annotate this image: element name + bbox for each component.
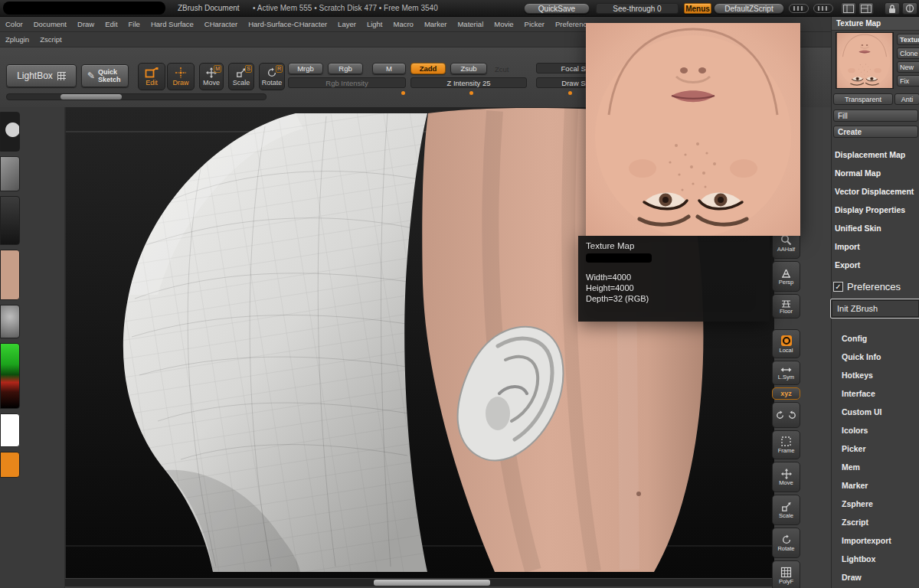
rotate-button[interactable]: R Rotate (259, 63, 285, 90)
preferences-item[interactable]: Draw (832, 568, 919, 586)
see-through-slider[interactable]: See-through 0 (596, 3, 679, 14)
scale-tool-button[interactable]: Scale (772, 495, 800, 525)
menu-item[interactable]: Draw (72, 20, 100, 28)
mrgb-button[interactable]: Mrgb (288, 63, 323, 74)
canvas-hscroll-track[interactable] (65, 579, 773, 586)
anti-button[interactable]: Anti (894, 93, 919, 105)
panel-layout2-icon[interactable] (858, 2, 874, 15)
menu-item[interactable]: CHaracter (199, 20, 243, 28)
lock-icon[interactable] (885, 2, 900, 15)
preferences-item[interactable]: Mem (832, 458, 919, 476)
preferences-item[interactable]: Interface (832, 384, 919, 403)
spin-buttons[interactable] (772, 402, 800, 428)
menu-item[interactable]: Light (361, 20, 388, 28)
move-tool-button[interactable]: Move (772, 462, 800, 492)
preferences-item[interactable]: Importexport (832, 531, 919, 550)
menu-item[interactable]: Macro (388, 20, 418, 28)
menu-item[interactable]: Zplugin (0, 35, 34, 44)
subpalette-header[interactable]: Displacement Map (832, 145, 919, 164)
preferences-item[interactable]: Marker (832, 476, 919, 495)
edit-button[interactable]: Edit (138, 63, 165, 90)
lsym-button[interactable]: L.Sym (772, 361, 800, 385)
slider-bracket2-icon[interactable] (813, 4, 833, 13)
zsub-button[interactable]: Zsub (450, 63, 487, 74)
subpalette-header[interactable]: Unified Skin (832, 219, 919, 237)
menu-item[interactable]: Layer (332, 20, 361, 28)
local-button[interactable]: Local (772, 329, 800, 358)
color-picker[interactable] (0, 343, 20, 409)
rotate-tool-button[interactable]: Rotate (772, 528, 800, 558)
rgb-button[interactable]: Rgb (328, 63, 363, 74)
stroke-thumbnail[interactable] (0, 156, 20, 191)
redacted-document-name (3, 2, 165, 15)
menu-item[interactable]: Movie (489, 20, 518, 28)
panel-layout-icon[interactable] (841, 2, 856, 15)
scroll-handle-icon[interactable] (902, 2, 917, 15)
preferences-item[interactable]: Icolors (832, 421, 919, 439)
init-zbrush-button[interactable]: Init ZBrush (830, 299, 919, 318)
alpha-thumbnail[interactable] (0, 196, 20, 245)
menu-item[interactable]: File (123, 20, 146, 28)
menu-item[interactable]: Color (0, 20, 28, 28)
subpalette-header[interactable]: Import (832, 237, 919, 256)
texture-map-preview[interactable] (586, 23, 800, 236)
preferences-item[interactable]: Zscript (832, 513, 919, 531)
menu-item[interactable]: Material (452, 20, 489, 28)
material-thumbnail[interactable] (0, 305, 20, 338)
menu-item[interactable]: Zscript (34, 35, 67, 44)
texture-on-button[interactable]: Texture On (897, 34, 919, 45)
clone-texture-button[interactable]: Clone (897, 47, 919, 59)
preferences-palette[interactable]: ✓ Preferences (833, 279, 919, 294)
scale-button[interactable]: S Scale (228, 63, 254, 90)
preferences-item[interactable]: Zsphere (832, 495, 919, 513)
quick-sketch-button[interactable]: ✎ Quick Sketch (81, 64, 129, 87)
preferences-item[interactable]: Picker (832, 439, 919, 458)
z-intensity-slider[interactable]: Z Intensity 25 (410, 77, 527, 88)
xyz-button[interactable]: xyz (772, 387, 800, 400)
slider-bracket-icon[interactable] (789, 4, 809, 13)
lightbox-button[interactable]: LightBox (6, 64, 77, 87)
polyf-button[interactable]: PolyF (772, 560, 800, 588)
zcut-label[interactable]: Zcut (495, 65, 509, 74)
shelf-scroll-handle[interactable] (61, 94, 122, 100)
shelf-scroll-track[interactable] (6, 93, 267, 100)
subpalette-header[interactable]: Normal Map (832, 164, 919, 182)
texture-map-header[interactable]: Texture Map (832, 17, 919, 31)
fill-button[interactable]: Fill (833, 109, 918, 122)
canvas-hscroll-handle[interactable] (374, 580, 490, 586)
brush-thumbnail[interactable] (0, 112, 20, 152)
menu-item[interactable]: Hard-Surface-CHaracter (243, 20, 332, 28)
subpalette-header[interactable]: Export (832, 256, 919, 274)
zadd-button[interactable]: Zadd (410, 63, 446, 74)
m-button[interactable]: M (372, 63, 406, 74)
menu-item[interactable]: Hard Surface (146, 20, 199, 28)
transparent-button[interactable]: Transparent (833, 93, 893, 105)
menu-item[interactable]: Document (28, 20, 72, 28)
menus-button[interactable]: Menus (684, 3, 711, 14)
preferences-item[interactable]: Lightbox (832, 550, 919, 568)
menu-item[interactable]: Picker (519, 20, 550, 28)
texture-map-info: Texture Map Width=4000 Height=4000 Depth… (578, 236, 770, 322)
menu-item[interactable]: Edit (100, 20, 123, 28)
default-zscript-button[interactable]: DefaultZScript (714, 3, 784, 14)
preferences-item[interactable]: Hotkeys (832, 366, 919, 384)
create-button[interactable]: Create (833, 126, 918, 138)
preferences-item[interactable]: Custom UI (832, 403, 919, 421)
subpalette-header[interactable]: Vector Displacement (832, 182, 919, 201)
move-button[interactable]: M Move (199, 63, 224, 90)
orange-swatch[interactable] (0, 452, 20, 478)
white-swatch[interactable] (0, 413, 20, 447)
frame-button[interactable]: Frame (772, 430, 800, 459)
texture-thumbnail[interactable] (0, 250, 20, 300)
new-texture-button[interactable]: New (897, 61, 919, 73)
draw-button[interactable]: Draw (167, 63, 195, 90)
preferences-item[interactable]: Quick Info (832, 348, 919, 366)
menu-item[interactable]: Marker (419, 20, 453, 28)
fix-seam-button[interactable]: Fix (897, 75, 919, 87)
quicksave-button[interactable]: QuickSave (524, 3, 590, 14)
preferences-item[interactable]: Config (832, 329, 919, 348)
rgb-intensity-slider[interactable]: Rgb Intensity (288, 77, 406, 88)
texture-map-thumbnail[interactable] (836, 32, 894, 89)
lsym-label: L.Sym (778, 374, 794, 381)
subpalette-header[interactable]: Display Properties (832, 201, 919, 219)
